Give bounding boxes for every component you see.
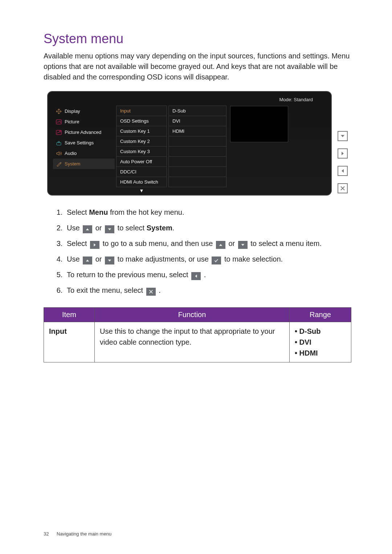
osd-value-item[interactable]: D-Sub: [168, 106, 226, 116]
system-icon: [56, 161, 62, 167]
osd-nav-label: Save Settings: [65, 140, 94, 145]
footer-section: Navigating the main menu: [57, 531, 111, 537]
osd-nav-column: Display Picture Picture Advanced Save Se…: [53, 106, 115, 193]
osd-sub-item[interactable]: HDMI Auto Switch: [116, 177, 167, 187]
svg-rect-3: [57, 143, 61, 145]
osd-nav-label: Picture: [65, 119, 79, 124]
osd-value-item: [168, 136, 226, 147]
osd-value-item: [168, 146, 226, 157]
th-function: Function: [95, 308, 290, 322]
osd-value-item[interactable]: HDMI: [168, 126, 226, 136]
instruction-list: Select Menu from the hot key menu. Use o…: [65, 206, 351, 297]
osd-sub-item[interactable]: DDC/CI: [116, 167, 167, 177]
step-2: Use or to select System.: [65, 221, 351, 235]
down-icon: [238, 241, 248, 249]
osd-value-item[interactable]: DVI: [168, 116, 226, 126]
up-icon: [83, 257, 92, 264]
osd-value-item: [168, 177, 226, 187]
left-button[interactable]: [338, 166, 348, 176]
close-button[interactable]: [338, 183, 348, 193]
osd-nav-picture-advanced[interactable]: Picture Advanced: [53, 127, 115, 138]
osd-scroll-hint-icon: ▼: [116, 187, 167, 193]
step-3: Select to go to a sub menu, and then use…: [65, 237, 351, 250]
osd-nav-picture[interactable]: Picture: [53, 116, 115, 127]
picture-advanced-icon: [56, 130, 62, 135]
left-icon: [191, 272, 201, 280]
down-icon: [105, 225, 114, 233]
svg-rect-4: [58, 141, 60, 143]
td-function: Use this to change the input to that app…: [95, 322, 290, 362]
close-icon: [146, 288, 156, 296]
table-row: Input Use this to change the input to th…: [44, 322, 351, 362]
osd-nav-audio[interactable]: Audio: [53, 148, 115, 159]
right-icon: [90, 241, 99, 249]
osd-nav-label: Picture Advanced: [65, 130, 101, 135]
th-item: Item: [44, 308, 95, 322]
osd-sub-item[interactable]: OSD Settings: [116, 116, 167, 126]
osd-panel: Mode: Standard Display Picture Picture A…: [47, 91, 332, 196]
step-4: Use or to make adjustments, or use to ma…: [65, 253, 351, 266]
right-button[interactable]: [338, 148, 348, 159]
osd-value-column: D-Sub DVI HDMI: [168, 106, 226, 193]
page-number: 32: [44, 531, 49, 537]
osd-preview-column: [228, 106, 326, 193]
osd-sub-item[interactable]: Input: [116, 106, 167, 116]
osd-nav-display[interactable]: Display: [53, 106, 115, 116]
step-6: To exit the menu, select .: [65, 284, 351, 297]
osd-sub-item[interactable]: Custom Key 2: [116, 136, 167, 147]
osd-value-item: [168, 156, 226, 167]
description-table: Item Function Range Input Use this to ch…: [44, 307, 351, 362]
osd-sub-item[interactable]: Custom Key 3: [116, 146, 167, 157]
check-icon: [212, 257, 221, 264]
up-icon: [216, 241, 225, 249]
osd-sub-item[interactable]: Auto Power Off: [116, 156, 167, 167]
td-range: • D-Sub • DVI • HDMI: [290, 322, 351, 362]
osd-side-buttons: [338, 91, 348, 193]
page-footer: 32 Navigating the main menu: [44, 531, 111, 537]
intro-text: Available menu options may vary dependin…: [44, 51, 351, 82]
picture-icon: [56, 119, 62, 125]
osd-sub-item[interactable]: Custom Key 1: [116, 126, 167, 136]
osd-value-item: [168, 167, 226, 177]
up-icon: [83, 225, 92, 233]
th-range: Range: [290, 308, 351, 322]
osd-nav-system[interactable]: System: [53, 159, 115, 169]
audio-icon: [56, 151, 62, 156]
step-5: To return to the previous menu, select .: [65, 268, 351, 282]
osd-nav-label: Display: [65, 108, 80, 114]
display-icon: [56, 108, 62, 114]
page-title: System menu: [44, 31, 351, 46]
step-1: Select Menu from the hot key menu.: [65, 206, 351, 219]
osd-preview-box: [230, 106, 288, 142]
down-button[interactable]: [338, 131, 348, 141]
save-icon: [56, 140, 62, 146]
osd-nav-label: System: [65, 161, 80, 167]
td-item: Input: [44, 322, 95, 362]
down-icon: [105, 257, 114, 264]
osd-sub-column: Input OSD Settings Custom Key 1 Custom K…: [116, 106, 167, 193]
osd-mode-label: Mode: Standard: [53, 95, 326, 106]
svg-rect-0: [56, 120, 61, 124]
osd-nav-label: Audio: [65, 151, 77, 156]
osd-nav-save-settings[interactable]: Save Settings: [53, 138, 115, 148]
osd-figure: Mode: Standard Display Picture Picture A…: [47, 91, 348, 196]
